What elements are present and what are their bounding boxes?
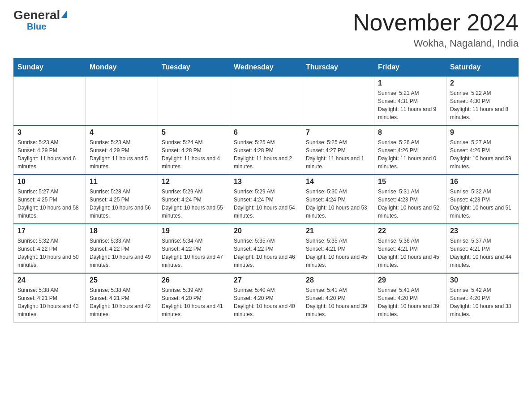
day-number: 21 bbox=[306, 227, 370, 235]
day-info: Sunrise: 5:33 AMSunset: 4:22 PMDaylight:… bbox=[90, 237, 154, 269]
calendar-header: SundayMondayTuesdayWednesdayThursdayFrid… bbox=[14, 59, 519, 77]
calendar-day-cell: 17Sunrise: 5:32 AMSunset: 4:22 PMDayligh… bbox=[14, 224, 86, 273]
calendar-week-row: 1Sunrise: 5:21 AMSunset: 4:31 PMDaylight… bbox=[14, 76, 519, 125]
day-number: 2 bbox=[450, 79, 515, 87]
calendar-day-cell: 7Sunrise: 5:25 AMSunset: 4:27 PMDaylight… bbox=[302, 125, 374, 175]
day-number: 10 bbox=[17, 178, 82, 186]
calendar-day-cell: 11Sunrise: 5:28 AMSunset: 4:25 PMDayligh… bbox=[86, 175, 158, 224]
calendar-day-cell: 6Sunrise: 5:25 AMSunset: 4:28 PMDaylight… bbox=[230, 125, 302, 175]
calendar-day-cell: 3Sunrise: 5:23 AMSunset: 4:29 PMDaylight… bbox=[14, 125, 86, 175]
day-number: 28 bbox=[306, 276, 370, 284]
location-title: Wokha, Nagaland, India bbox=[353, 38, 519, 49]
day-info: Sunrise: 5:25 AMSunset: 4:28 PMDaylight:… bbox=[234, 138, 298, 171]
day-info: Sunrise: 5:21 AMSunset: 4:31 PMDaylight:… bbox=[378, 89, 442, 121]
day-info: Sunrise: 5:22 AMSunset: 4:30 PMDaylight:… bbox=[450, 89, 515, 121]
day-number: 27 bbox=[234, 276, 298, 284]
calendar-day-cell: 1Sunrise: 5:21 AMSunset: 4:31 PMDaylight… bbox=[374, 76, 446, 125]
calendar-day-cell: 13Sunrise: 5:29 AMSunset: 4:24 PMDayligh… bbox=[230, 175, 302, 224]
day-info: Sunrise: 5:26 AMSunset: 4:26 PMDaylight:… bbox=[378, 138, 442, 171]
day-info: Sunrise: 5:27 AMSunset: 4:25 PMDaylight:… bbox=[17, 188, 82, 220]
day-info: Sunrise: 5:42 AMSunset: 4:20 PMDaylight:… bbox=[450, 286, 515, 318]
calendar-week-row: 24Sunrise: 5:38 AMSunset: 4:21 PMDayligh… bbox=[14, 273, 519, 322]
day-info: Sunrise: 5:40 AMSunset: 4:20 PMDaylight:… bbox=[234, 286, 298, 318]
calendar-day-cell: 16Sunrise: 5:32 AMSunset: 4:23 PMDayligh… bbox=[446, 175, 519, 224]
page-header: General Blue November 2024 Wokha, Nagala… bbox=[13, 9, 519, 49]
calendar-day-cell bbox=[14, 76, 86, 125]
day-info: Sunrise: 5:23 AMSunset: 4:29 PMDaylight:… bbox=[17, 138, 82, 171]
day-info: Sunrise: 5:25 AMSunset: 4:27 PMDaylight:… bbox=[306, 138, 370, 171]
day-number: 3 bbox=[17, 128, 82, 137]
day-number: 12 bbox=[162, 178, 226, 186]
calendar-day-cell: 25Sunrise: 5:38 AMSunset: 4:21 PMDayligh… bbox=[86, 273, 158, 322]
calendar-day-cell: 26Sunrise: 5:39 AMSunset: 4:20 PMDayligh… bbox=[158, 273, 230, 322]
calendar-day-cell: 4Sunrise: 5:23 AMSunset: 4:29 PMDaylight… bbox=[86, 125, 158, 175]
day-number: 13 bbox=[234, 178, 298, 186]
calendar-day-cell bbox=[302, 76, 374, 125]
day-number: 15 bbox=[378, 178, 442, 186]
calendar-day-cell: 30Sunrise: 5:42 AMSunset: 4:20 PMDayligh… bbox=[446, 273, 519, 322]
calendar-day-cell: 20Sunrise: 5:35 AMSunset: 4:22 PMDayligh… bbox=[230, 224, 302, 273]
day-number: 20 bbox=[234, 227, 298, 235]
calendar-day-cell: 12Sunrise: 5:29 AMSunset: 4:24 PMDayligh… bbox=[158, 175, 230, 224]
day-number: 29 bbox=[378, 276, 442, 284]
calendar-day-cell: 21Sunrise: 5:35 AMSunset: 4:21 PMDayligh… bbox=[302, 224, 374, 273]
day-info: Sunrise: 5:31 AMSunset: 4:23 PMDaylight:… bbox=[378, 188, 442, 220]
calendar-day-cell: 22Sunrise: 5:36 AMSunset: 4:21 PMDayligh… bbox=[374, 224, 446, 273]
day-info: Sunrise: 5:28 AMSunset: 4:25 PMDaylight:… bbox=[90, 188, 154, 220]
day-number: 14 bbox=[306, 178, 370, 186]
day-info: Sunrise: 5:27 AMSunset: 4:26 PMDaylight:… bbox=[450, 138, 515, 171]
day-number: 9 bbox=[450, 128, 515, 137]
day-number: 30 bbox=[450, 276, 515, 284]
day-number: 11 bbox=[90, 178, 154, 186]
day-info: Sunrise: 5:29 AMSunset: 4:24 PMDaylight:… bbox=[234, 188, 298, 220]
day-number: 25 bbox=[90, 276, 154, 284]
calendar-day-cell: 28Sunrise: 5:41 AMSunset: 4:20 PMDayligh… bbox=[302, 273, 374, 322]
calendar-day-cell: 19Sunrise: 5:34 AMSunset: 4:22 PMDayligh… bbox=[158, 224, 230, 273]
title-block: November 2024 Wokha, Nagaland, India bbox=[353, 9, 519, 49]
day-number: 22 bbox=[378, 227, 442, 235]
calendar-day-cell: 27Sunrise: 5:40 AMSunset: 4:20 PMDayligh… bbox=[230, 273, 302, 322]
day-number: 26 bbox=[162, 276, 226, 284]
month-title: November 2024 bbox=[353, 9, 519, 36]
calendar-body: 1Sunrise: 5:21 AMSunset: 4:31 PMDaylight… bbox=[14, 76, 519, 322]
day-info: Sunrise: 5:29 AMSunset: 4:24 PMDaylight:… bbox=[162, 188, 226, 220]
calendar-day-header: Saturday bbox=[446, 59, 519, 77]
calendar-header-row: SundayMondayTuesdayWednesdayThursdayFrid… bbox=[14, 59, 519, 77]
day-info: Sunrise: 5:32 AMSunset: 4:23 PMDaylight:… bbox=[450, 188, 515, 220]
day-info: Sunrise: 5:38 AMSunset: 4:21 PMDaylight:… bbox=[17, 286, 82, 318]
calendar-day-cell bbox=[230, 76, 302, 125]
calendar-day-cell: 15Sunrise: 5:31 AMSunset: 4:23 PMDayligh… bbox=[374, 175, 446, 224]
calendar-day-header: Sunday bbox=[14, 59, 86, 77]
logo-general-text: General bbox=[13, 9, 60, 21]
calendar-day-header: Monday bbox=[86, 59, 158, 77]
day-info: Sunrise: 5:23 AMSunset: 4:29 PMDaylight:… bbox=[90, 138, 154, 171]
day-info: Sunrise: 5:35 AMSunset: 4:21 PMDaylight:… bbox=[306, 237, 370, 269]
calendar-day-cell: 14Sunrise: 5:30 AMSunset: 4:24 PMDayligh… bbox=[302, 175, 374, 224]
day-number: 17 bbox=[17, 227, 82, 235]
day-info: Sunrise: 5:39 AMSunset: 4:20 PMDaylight:… bbox=[162, 286, 226, 318]
calendar-week-row: 10Sunrise: 5:27 AMSunset: 4:25 PMDayligh… bbox=[14, 175, 519, 224]
day-number: 16 bbox=[450, 178, 515, 186]
day-info: Sunrise: 5:41 AMSunset: 4:20 PMDaylight:… bbox=[306, 286, 370, 318]
calendar-day-cell: 5Sunrise: 5:24 AMSunset: 4:28 PMDaylight… bbox=[158, 125, 230, 175]
calendar-day-cell bbox=[158, 76, 230, 125]
day-number: 24 bbox=[17, 276, 82, 284]
logo-blue-text: Blue bbox=[27, 21, 46, 32]
day-number: 4 bbox=[90, 128, 154, 137]
logo-triangle-icon bbox=[61, 11, 67, 18]
day-number: 7 bbox=[306, 128, 370, 137]
logo: General Blue bbox=[13, 9, 67, 32]
day-info: Sunrise: 5:36 AMSunset: 4:21 PMDaylight:… bbox=[378, 237, 442, 269]
day-info: Sunrise: 5:41 AMSunset: 4:20 PMDaylight:… bbox=[378, 286, 442, 318]
calendar-day-header: Thursday bbox=[302, 59, 374, 77]
calendar-day-cell: 10Sunrise: 5:27 AMSunset: 4:25 PMDayligh… bbox=[14, 175, 86, 224]
calendar-week-row: 3Sunrise: 5:23 AMSunset: 4:29 PMDaylight… bbox=[14, 125, 519, 175]
calendar-day-cell: 8Sunrise: 5:26 AMSunset: 4:26 PMDaylight… bbox=[374, 125, 446, 175]
day-number: 19 bbox=[162, 227, 226, 235]
day-info: Sunrise: 5:34 AMSunset: 4:22 PMDaylight:… bbox=[162, 237, 226, 269]
day-number: 23 bbox=[450, 227, 515, 235]
calendar-day-cell: 9Sunrise: 5:27 AMSunset: 4:26 PMDaylight… bbox=[446, 125, 519, 175]
calendar-day-cell: 24Sunrise: 5:38 AMSunset: 4:21 PMDayligh… bbox=[14, 273, 86, 322]
calendar-day-cell: 29Sunrise: 5:41 AMSunset: 4:20 PMDayligh… bbox=[374, 273, 446, 322]
calendar-day-cell bbox=[86, 76, 158, 125]
